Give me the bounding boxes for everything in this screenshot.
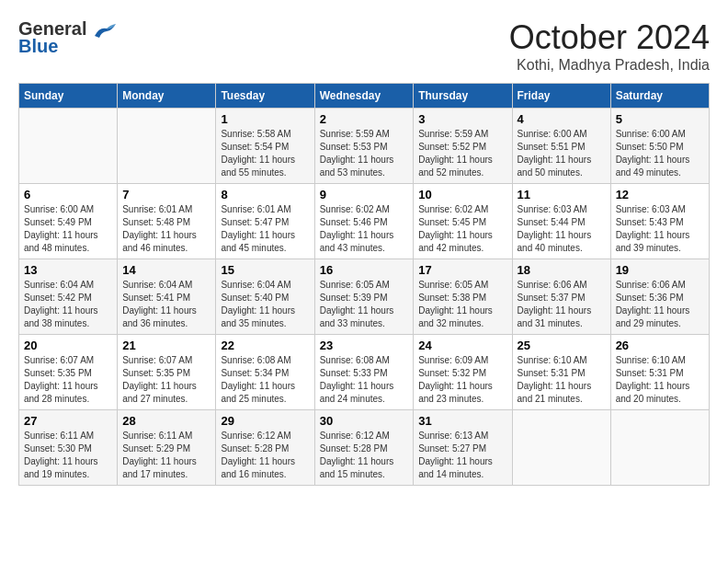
day-cell: 26Sunrise: 6:10 AM Sunset: 5:31 PM Dayli… [610, 335, 709, 410]
week-row-1: 1Sunrise: 5:58 AM Sunset: 5:54 PM Daylig… [19, 109, 710, 184]
day-info: Sunrise: 6:00 AM Sunset: 5:50 PM Dayligh… [616, 128, 704, 179]
day-info: Sunrise: 6:13 AM Sunset: 5:27 PM Dayligh… [418, 430, 506, 481]
day-info: Sunrise: 6:01 AM Sunset: 5:47 PM Dayligh… [221, 203, 309, 255]
day-cell [118, 109, 216, 184]
day-info: Sunrise: 6:11 AM Sunset: 5:29 PM Dayligh… [122, 430, 210, 481]
day-cell: 21Sunrise: 6:07 AM Sunset: 5:35 PM Dayli… [118, 335, 216, 410]
day-number: 18 [518, 263, 606, 277]
header: General Blue October 2024 Kothi, Madhya … [18, 18, 710, 74]
day-info: Sunrise: 6:01 AM Sunset: 5:48 PM Dayligh… [122, 203, 210, 255]
day-number: 17 [418, 263, 506, 277]
day-cell [610, 410, 709, 486]
day-info: Sunrise: 6:12 AM Sunset: 5:28 PM Dayligh… [221, 430, 309, 481]
day-info: Sunrise: 5:59 AM Sunset: 5:53 PM Dayligh… [320, 128, 409, 179]
day-info: Sunrise: 6:11 AM Sunset: 5:30 PM Dayligh… [24, 430, 112, 481]
day-number: 25 [518, 339, 606, 352]
day-info: Sunrise: 6:10 AM Sunset: 5:31 PM Dayligh… [518, 354, 606, 406]
day-number: 16 [320, 263, 409, 277]
calendar-table: SundayMondayTuesdayWednesdayThursdayFrid… [18, 83, 710, 486]
day-number: 8 [221, 188, 309, 201]
day-cell: 29Sunrise: 6:12 AM Sunset: 5:28 PM Dayli… [216, 410, 314, 486]
day-info: Sunrise: 6:08 AM Sunset: 5:34 PM Dayligh… [221, 354, 309, 406]
day-number: 27 [24, 414, 112, 428]
day-number: 23 [320, 339, 409, 352]
day-number: 11 [518, 188, 606, 201]
day-info: Sunrise: 6:03 AM Sunset: 5:44 PM Dayligh… [518, 203, 606, 255]
day-info: Sunrise: 6:06 AM Sunset: 5:36 PM Dayligh… [616, 279, 704, 330]
day-cell: 24Sunrise: 6:09 AM Sunset: 5:32 PM Dayli… [414, 335, 512, 410]
day-number: 19 [616, 263, 704, 277]
day-cell: 31Sunrise: 6:13 AM Sunset: 5:27 PM Dayli… [414, 410, 512, 486]
day-info: Sunrise: 6:00 AM Sunset: 5:49 PM Dayligh… [24, 203, 112, 255]
day-number: 2 [320, 112, 409, 126]
day-info: Sunrise: 5:58 AM Sunset: 5:54 PM Dayligh… [221, 128, 309, 179]
day-info: Sunrise: 6:05 AM Sunset: 5:38 PM Dayligh… [418, 279, 506, 330]
day-cell: 9Sunrise: 6:02 AM Sunset: 5:46 PM Daylig… [314, 184, 414, 259]
day-cell: 25Sunrise: 6:10 AM Sunset: 5:31 PM Dayli… [512, 335, 610, 410]
day-number: 14 [122, 263, 210, 277]
day-number: 12 [616, 188, 704, 201]
day-cell: 15Sunrise: 6:04 AM Sunset: 5:40 PM Dayli… [216, 259, 314, 335]
day-cell: 22Sunrise: 6:08 AM Sunset: 5:34 PM Dayli… [216, 335, 314, 410]
logo-bird-icon [90, 19, 118, 40]
day-info: Sunrise: 6:04 AM Sunset: 5:41 PM Dayligh… [122, 279, 210, 330]
day-number: 6 [24, 188, 112, 201]
logo-blue: Blue [18, 36, 58, 57]
day-cell: 2Sunrise: 5:59 AM Sunset: 5:53 PM Daylig… [314, 109, 414, 184]
day-cell: 30Sunrise: 6:12 AM Sunset: 5:28 PM Dayli… [314, 410, 414, 486]
day-cell: 28Sunrise: 6:11 AM Sunset: 5:29 PM Dayli… [118, 410, 216, 486]
day-cell: 17Sunrise: 6:05 AM Sunset: 5:38 PM Dayli… [414, 259, 512, 335]
day-cell: 6Sunrise: 6:00 AM Sunset: 5:49 PM Daylig… [19, 184, 118, 259]
header-row: SundayMondayTuesdayWednesdayThursdayFrid… [19, 84, 710, 109]
day-number: 5 [616, 112, 704, 126]
day-cell: 20Sunrise: 6:07 AM Sunset: 5:35 PM Dayli… [19, 335, 118, 410]
day-number: 24 [418, 339, 506, 352]
day-cell: 12Sunrise: 6:03 AM Sunset: 5:43 PM Dayli… [610, 184, 709, 259]
day-cell [19, 109, 118, 184]
week-row-4: 20Sunrise: 6:07 AM Sunset: 5:35 PM Dayli… [19, 335, 710, 410]
day-info: Sunrise: 6:02 AM Sunset: 5:45 PM Dayligh… [418, 203, 506, 255]
day-cell: 16Sunrise: 6:05 AM Sunset: 5:39 PM Dayli… [314, 259, 414, 335]
day-info: Sunrise: 6:07 AM Sunset: 5:35 PM Dayligh… [122, 354, 210, 406]
week-row-2: 6Sunrise: 6:00 AM Sunset: 5:49 PM Daylig… [19, 184, 710, 259]
day-cell: 27Sunrise: 6:11 AM Sunset: 5:30 PM Dayli… [19, 410, 118, 486]
day-cell: 1Sunrise: 5:58 AM Sunset: 5:54 PM Daylig… [216, 109, 314, 184]
col-header-saturday: Saturday [610, 84, 709, 109]
day-number: 9 [320, 188, 409, 201]
location-title: Kothi, Madhya Pradesh, India [509, 57, 710, 74]
day-number: 20 [24, 339, 112, 352]
col-header-sunday: Sunday [19, 84, 118, 109]
day-cell: 4Sunrise: 6:00 AM Sunset: 5:51 PM Daylig… [512, 109, 610, 184]
day-cell: 5Sunrise: 6:00 AM Sunset: 5:50 PM Daylig… [610, 109, 709, 184]
day-number: 29 [221, 414, 309, 428]
day-number: 1 [221, 112, 309, 126]
month-title: October 2024 [509, 18, 710, 57]
day-number: 3 [418, 112, 506, 126]
day-info: Sunrise: 6:05 AM Sunset: 5:39 PM Dayligh… [320, 279, 409, 330]
day-info: Sunrise: 6:10 AM Sunset: 5:31 PM Dayligh… [616, 354, 704, 406]
day-number: 26 [616, 339, 704, 352]
day-cell: 19Sunrise: 6:06 AM Sunset: 5:36 PM Dayli… [610, 259, 709, 335]
day-cell: 8Sunrise: 6:01 AM Sunset: 5:47 PM Daylig… [216, 184, 314, 259]
day-number: 13 [24, 263, 112, 277]
day-cell: 18Sunrise: 6:06 AM Sunset: 5:37 PM Dayli… [512, 259, 610, 335]
day-cell: 11Sunrise: 6:03 AM Sunset: 5:44 PM Dayli… [512, 184, 610, 259]
day-cell: 3Sunrise: 5:59 AM Sunset: 5:52 PM Daylig… [414, 109, 512, 184]
day-cell [512, 410, 610, 486]
day-info: Sunrise: 6:08 AM Sunset: 5:33 PM Dayligh… [320, 354, 409, 406]
day-info: Sunrise: 6:00 AM Sunset: 5:51 PM Dayligh… [518, 128, 606, 179]
day-number: 22 [221, 339, 309, 352]
title-area: October 2024 Kothi, Madhya Pradesh, Indi… [509, 18, 710, 74]
day-number: 31 [418, 414, 506, 428]
day-info: Sunrise: 5:59 AM Sunset: 5:52 PM Dayligh… [418, 128, 506, 179]
day-number: 21 [122, 339, 210, 352]
day-cell: 13Sunrise: 6:04 AM Sunset: 5:42 PM Dayli… [19, 259, 118, 335]
col-header-wednesday: Wednesday [314, 84, 414, 109]
day-info: Sunrise: 6:04 AM Sunset: 5:42 PM Dayligh… [24, 279, 112, 330]
day-cell: 10Sunrise: 6:02 AM Sunset: 5:45 PM Dayli… [414, 184, 512, 259]
day-number: 4 [518, 112, 606, 126]
week-row-3: 13Sunrise: 6:04 AM Sunset: 5:42 PM Dayli… [19, 259, 710, 335]
day-info: Sunrise: 6:12 AM Sunset: 5:28 PM Dayligh… [320, 430, 409, 481]
day-cell: 7Sunrise: 6:01 AM Sunset: 5:48 PM Daylig… [118, 184, 216, 259]
day-cell: 14Sunrise: 6:04 AM Sunset: 5:41 PM Dayli… [118, 259, 216, 335]
